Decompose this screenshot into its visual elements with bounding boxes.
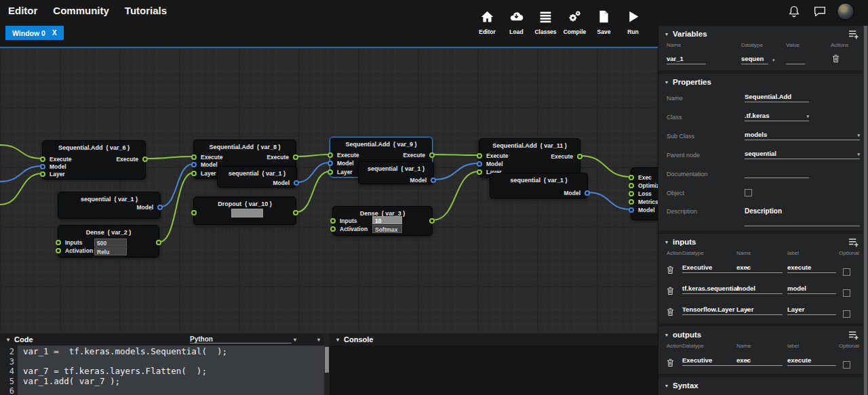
code-scrollbar-thumb[interactable]	[325, 347, 329, 373]
outputs-header[interactable]: ▾ outputs	[658, 327, 868, 343]
dropdown-caret-icon[interactable]: ▾	[806, 114, 809, 119]
inputs-port[interactable]	[56, 240, 61, 245]
tool-load-button[interactable]: Load	[502, 9, 531, 35]
bell-icon[interactable]	[787, 4, 802, 19]
model-port[interactable]	[431, 178, 436, 183]
io-name-field[interactable]: exec	[736, 356, 783, 366]
metrics-port[interactable]	[629, 199, 634, 205]
activation-port[interactable]	[56, 248, 61, 253]
node-sequential-var1-c[interactable]: sequential ( var_1 )Model	[358, 161, 434, 184]
node-dense-var2[interactable]: Dense ( var_2 )InputsActivation500Relu	[58, 225, 159, 257]
wire[interactable]	[296, 171, 330, 212]
node-sequential-var1-a[interactable]: sequential ( var_1 )Model	[58, 192, 161, 219]
wire[interactable]	[0, 145, 42, 159]
console-panel-header[interactable]: ▾ Console	[330, 333, 658, 346]
collapse-caret-icon[interactable]: ▾	[665, 239, 668, 245]
node-field[interactable]: Relu	[94, 247, 127, 255]
inputs-header[interactable]: ▾ inputs	[658, 234, 868, 250]
collapse-caret-icon[interactable]: ▾	[336, 337, 339, 343]
code-language-select[interactable]: Python	[190, 335, 292, 344]
model-port[interactable]	[585, 190, 590, 196]
delete-trash-icon[interactable]	[667, 286, 674, 295]
model-port[interactable]	[477, 161, 482, 167]
delete-trash-icon[interactable]	[667, 307, 674, 316]
description-input[interactable]	[745, 217, 860, 226]
variable-datatype-select[interactable]: sequen	[741, 55, 768, 64]
tool-compile-button[interactable]: Compile	[560, 9, 589, 35]
wire[interactable]	[161, 164, 193, 207]
optional-checkbox[interactable]	[843, 289, 850, 297]
node-sequential-add-var6[interactable]: Sequential.Add ( var_6 )ExecuteModelLaye…	[42, 140, 146, 180]
wire[interactable]	[146, 157, 193, 159]
pass-port[interactable]	[191, 210, 197, 215]
execute-port[interactable]	[577, 154, 583, 159]
node-field[interactable]: 10	[372, 216, 402, 224]
add-output-icon[interactable]	[848, 331, 859, 339]
tool-editor-button[interactable]: Editor	[473, 9, 502, 35]
node-field[interactable]: Softmax	[372, 225, 402, 233]
property-input[interactable]	[745, 169, 809, 178]
wire[interactable]	[580, 156, 631, 177]
wire[interactable]	[433, 154, 479, 155]
dropdown-caret-icon[interactable]: ▾	[772, 58, 775, 63]
variables-header[interactable]: ▾ Variables	[658, 26, 868, 42]
menu-editor[interactable]: Editor	[8, 5, 37, 16]
pass-port[interactable]	[293, 210, 298, 215]
property-select[interactable]: sequential▾	[745, 150, 860, 159]
node-dense-var3[interactable]: Dense ( var_3 )InputsActivation10Softmax	[332, 206, 433, 236]
code-line[interactable]: var_1.add( var_7 );	[23, 377, 324, 387]
code-line[interactable]	[23, 357, 324, 367]
code-line[interactable]: var_7 = tf.keras.layers.Flatten( );	[23, 367, 324, 377]
variable-name-field[interactable]: var_1	[667, 55, 706, 64]
model-port[interactable]	[629, 207, 634, 213]
execute-port[interactable]	[328, 152, 333, 158]
execute-port[interactable]	[191, 154, 197, 160]
inputs-port[interactable]	[330, 218, 336, 224]
collapse-caret-icon[interactable]: ▾	[665, 31, 668, 37]
user-avatar[interactable]	[837, 3, 854, 20]
properties-header[interactable]: ▾ Properties	[658, 74, 868, 90]
io-name-field[interactable]: Layer	[736, 306, 783, 315]
optional-checkbox[interactable]	[843, 310, 850, 318]
wire[interactable]	[296, 154, 330, 157]
exec-port[interactable]	[629, 175, 634, 180]
property-select[interactable]: models▾	[745, 131, 860, 140]
wire[interactable]	[434, 163, 479, 180]
property-select[interactable]: .tf.keras▾	[745, 112, 809, 121]
variable-value-field[interactable]	[786, 55, 805, 64]
delete-trash-icon[interactable]	[832, 54, 840, 62]
io-label-field[interactable]: execute	[787, 356, 836, 366]
collapse-caret-icon[interactable]: ▾	[665, 79, 668, 85]
node-graph-canvas[interactable]: sequential ( var_1 )ModelSequential.Add …	[0, 47, 658, 333]
loss-port[interactable]	[629, 191, 634, 196]
execute-port[interactable]	[429, 152, 435, 158]
execute-port[interactable]	[142, 157, 148, 162]
io-label-field[interactable]: execute	[787, 264, 836, 273]
layer-port[interactable]	[40, 171, 45, 177]
code-panel-header[interactable]: ▾ Code Python ▾ ▾	[0, 333, 324, 346]
node-sequential-var1-d[interactable]: sequential ( var_1 )Model	[490, 173, 588, 199]
chat-icon[interactable]	[812, 4, 827, 19]
activation-port[interactable]	[330, 226, 336, 232]
node-field[interactable]	[231, 209, 263, 217]
pass-port[interactable]	[429, 218, 435, 224]
delete-trash-icon[interactable]	[667, 265, 674, 274]
collapse-caret-icon[interactable]: ▾	[665, 383, 668, 389]
panel-scrollbar-thumb[interactable]	[864, 26, 867, 395]
object-checkbox[interactable]	[745, 189, 752, 196]
model-port[interactable]	[294, 180, 299, 186]
model-port[interactable]	[157, 205, 163, 210]
menu-tutorials[interactable]: Tutorials	[125, 5, 167, 16]
syntax-header[interactable]: ▾ Syntax	[658, 377, 868, 394]
node-field[interactable]: 500	[94, 238, 127, 247]
code-text[interactable]: var_1 = tf.keras.models.Sequential( ); v…	[18, 346, 324, 395]
code-line[interactable]	[23, 386, 324, 395]
property-input[interactable]: Sequential.Add	[745, 93, 809, 102]
layer-port[interactable]	[477, 169, 482, 175]
add-input-icon[interactable]	[848, 238, 859, 247]
wire[interactable]	[0, 173, 42, 205]
layer-port[interactable]	[328, 169, 333, 175]
optional-checkbox[interactable]	[843, 268, 850, 276]
model-port[interactable]	[40, 164, 45, 169]
io-label-field[interactable]: model	[787, 285, 836, 294]
